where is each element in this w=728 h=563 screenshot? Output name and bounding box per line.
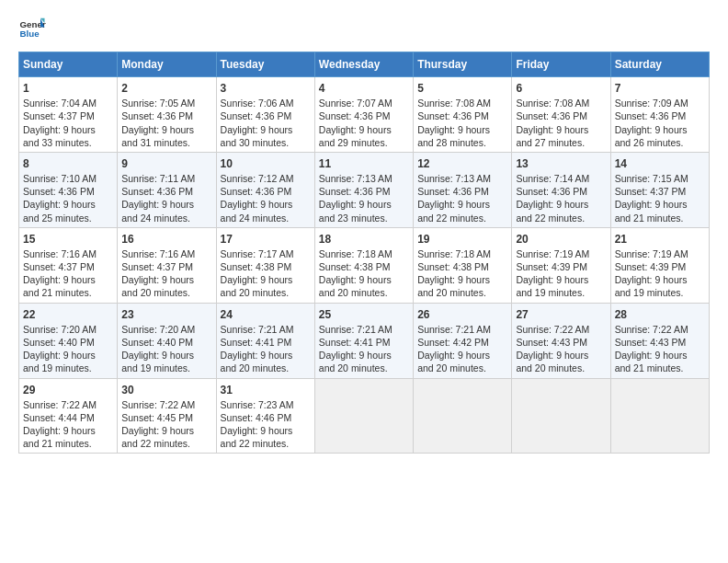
calendar-week-row: 22Sunrise: 7:20 AMSunset: 4:40 PMDayligh… (19, 303, 710, 378)
calendar-cell: 8Sunrise: 7:10 AMSunset: 4:36 PMDaylight… (19, 152, 118, 227)
sunrise-label: Sunrise: 7:07 AM (319, 98, 392, 109)
sunset-label: Sunset: 4:36 PM (516, 186, 587, 197)
sunrise-label: Sunrise: 7:13 AM (417, 173, 491, 184)
calendar-cell: 7Sunrise: 7:09 AMSunset: 4:36 PMDaylight… (610, 77, 709, 153)
day-number: 6 (516, 81, 606, 96)
day-number: 10 (221, 156, 311, 171)
sunset-label: Sunset: 4:40 PM (23, 337, 95, 348)
sunset-label: Sunset: 4:37 PM (615, 186, 687, 197)
sunset-label: Sunset: 4:40 PM (121, 337, 193, 348)
daylight-label: Daylight: 9 hours and 19 minutes. (615, 274, 688, 298)
daylight-label: Daylight: 9 hours and 21 minutes. (23, 274, 96, 298)
sunset-label: Sunset: 4:43 PM (615, 337, 687, 348)
sunset-label: Sunset: 4:46 PM (221, 412, 292, 423)
sunset-label: Sunset: 4:36 PM (319, 110, 391, 121)
weekday-header: Friday (512, 52, 610, 77)
calendar-cell: 24Sunrise: 7:21 AMSunset: 4:41 PMDayligh… (216, 303, 314, 378)
day-number: 30 (121, 383, 211, 397)
calendar-cell: 9Sunrise: 7:11 AMSunset: 4:36 PMDaylight… (118, 152, 216, 227)
calendar-week-row: 15Sunrise: 7:16 AMSunset: 4:37 PMDayligh… (19, 227, 710, 303)
day-number: 22 (23, 307, 113, 322)
daylight-label: Daylight: 9 hours and 20 minutes. (319, 274, 392, 298)
day-number: 16 (121, 232, 211, 247)
calendar-cell: 14Sunrise: 7:15 AMSunset: 4:37 PMDayligh… (610, 152, 709, 227)
calendar-cell: 2Sunrise: 7:05 AMSunset: 4:36 PMDaylight… (118, 77, 216, 153)
sunset-label: Sunset: 4:39 PM (615, 261, 687, 272)
sunset-label: Sunset: 4:36 PM (121, 110, 193, 121)
sunset-label: Sunset: 4:38 PM (417, 261, 489, 272)
page-header: General Blue (18, 15, 710, 42)
day-number: 5 (417, 81, 507, 96)
sunset-label: Sunset: 4:44 PM (23, 412, 95, 423)
daylight-label: Daylight: 9 hours and 21 minutes. (615, 199, 688, 223)
day-number: 25 (319, 307, 409, 322)
daylight-label: Daylight: 9 hours and 20 minutes. (516, 350, 588, 373)
sunrise-label: Sunrise: 7:19 AM (516, 248, 589, 259)
day-number: 4 (319, 81, 409, 96)
weekday-header: Sunday (19, 52, 118, 77)
day-number: 19 (417, 232, 507, 247)
calendar-cell: 28Sunrise: 7:22 AMSunset: 4:43 PMDayligh… (610, 303, 709, 378)
sunset-label: Sunset: 4:41 PM (319, 337, 391, 348)
daylight-label: Daylight: 9 hours and 23 minutes. (319, 199, 392, 223)
calendar-cell: 21Sunrise: 7:19 AMSunset: 4:39 PMDayligh… (610, 227, 709, 303)
calendar-cell: 20Sunrise: 7:19 AMSunset: 4:39 PMDayligh… (512, 227, 610, 303)
sunset-label: Sunset: 4:38 PM (221, 261, 292, 272)
calendar-cell: 27Sunrise: 7:22 AMSunset: 4:43 PMDayligh… (512, 303, 610, 378)
calendar-cell (314, 378, 413, 454)
sunrise-label: Sunrise: 7:21 AM (221, 324, 294, 335)
sunrise-label: Sunrise: 7:21 AM (417, 324, 491, 335)
calendar-cell: 25Sunrise: 7:21 AMSunset: 4:41 PMDayligh… (314, 303, 413, 378)
sunset-label: Sunset: 4:39 PM (516, 261, 587, 272)
daylight-label: Daylight: 9 hours and 19 minutes. (23, 350, 96, 373)
logo: General Blue (18, 15, 50, 42)
calendar-cell: 13Sunrise: 7:14 AMSunset: 4:36 PMDayligh… (512, 152, 610, 227)
calendar-header-row: SundayMondayTuesdayWednesdayThursdayFrid… (19, 52, 710, 77)
sunset-label: Sunset: 4:36 PM (221, 186, 292, 197)
day-number: 20 (516, 232, 606, 247)
day-number: 24 (221, 307, 311, 322)
sunrise-label: Sunrise: 7:16 AM (121, 248, 195, 259)
sunrise-label: Sunrise: 7:17 AM (221, 248, 294, 259)
calendar-cell: 5Sunrise: 7:08 AMSunset: 4:36 PMDaylight… (414, 77, 512, 153)
daylight-label: Daylight: 9 hours and 19 minutes. (121, 350, 194, 373)
calendar-cell: 22Sunrise: 7:20 AMSunset: 4:40 PMDayligh… (19, 303, 118, 378)
daylight-label: Daylight: 9 hours and 26 minutes. (615, 124, 688, 148)
calendar-cell: 15Sunrise: 7:16 AMSunset: 4:37 PMDayligh… (19, 227, 118, 303)
sunset-label: Sunset: 4:36 PM (516, 110, 587, 121)
daylight-label: Daylight: 9 hours and 25 minutes. (23, 199, 96, 223)
day-number: 12 (417, 156, 507, 171)
weekday-header: Thursday (414, 52, 512, 77)
sunrise-label: Sunrise: 7:18 AM (319, 248, 392, 259)
day-number: 15 (23, 232, 113, 247)
sunset-label: Sunset: 4:36 PM (319, 186, 391, 197)
day-number: 17 (221, 232, 311, 247)
daylight-label: Daylight: 9 hours and 22 minutes. (121, 425, 194, 449)
daylight-label: Daylight: 9 hours and 21 minutes. (23, 425, 96, 449)
daylight-label: Daylight: 9 hours and 20 minutes. (417, 274, 490, 298)
calendar-cell (610, 378, 709, 454)
daylight-label: Daylight: 9 hours and 33 minutes. (23, 124, 96, 148)
day-number: 29 (23, 383, 113, 397)
daylight-label: Daylight: 9 hours and 27 minutes. (516, 124, 588, 148)
calendar-cell: 12Sunrise: 7:13 AMSunset: 4:36 PMDayligh… (414, 152, 512, 227)
sunrise-label: Sunrise: 7:16 AM (23, 248, 97, 259)
sunrise-label: Sunrise: 7:20 AM (121, 324, 195, 335)
sunrise-label: Sunrise: 7:05 AM (121, 98, 195, 109)
sunrise-label: Sunrise: 7:11 AM (121, 173, 195, 184)
calendar-table: SundayMondayTuesdayWednesdayThursdayFrid… (18, 52, 710, 454)
calendar-cell: 17Sunrise: 7:17 AMSunset: 4:38 PMDayligh… (216, 227, 314, 303)
calendar-week-row: 29Sunrise: 7:22 AMSunset: 4:44 PMDayligh… (19, 378, 710, 454)
daylight-label: Daylight: 9 hours and 22 minutes. (417, 199, 490, 223)
day-number: 2 (121, 81, 211, 96)
calendar-cell: 31Sunrise: 7:23 AMSunset: 4:46 PMDayligh… (216, 378, 314, 454)
day-number: 1 (23, 81, 113, 96)
day-number: 13 (516, 156, 606, 171)
daylight-label: Daylight: 9 hours and 30 minutes. (221, 124, 293, 148)
day-number: 3 (221, 81, 311, 96)
sunset-label: Sunset: 4:36 PM (121, 186, 193, 197)
sunset-label: Sunset: 4:36 PM (221, 110, 292, 121)
daylight-label: Daylight: 9 hours and 20 minutes. (417, 350, 490, 373)
sunrise-label: Sunrise: 7:23 AM (221, 399, 294, 410)
day-number: 18 (319, 232, 409, 247)
